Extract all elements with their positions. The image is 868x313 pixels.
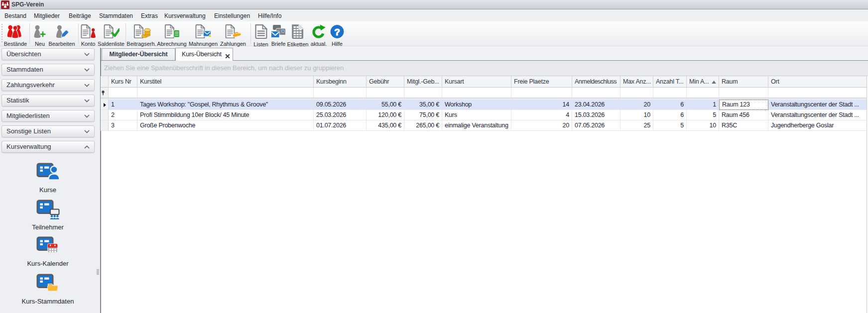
svg-text:?: ? (334, 27, 340, 37)
